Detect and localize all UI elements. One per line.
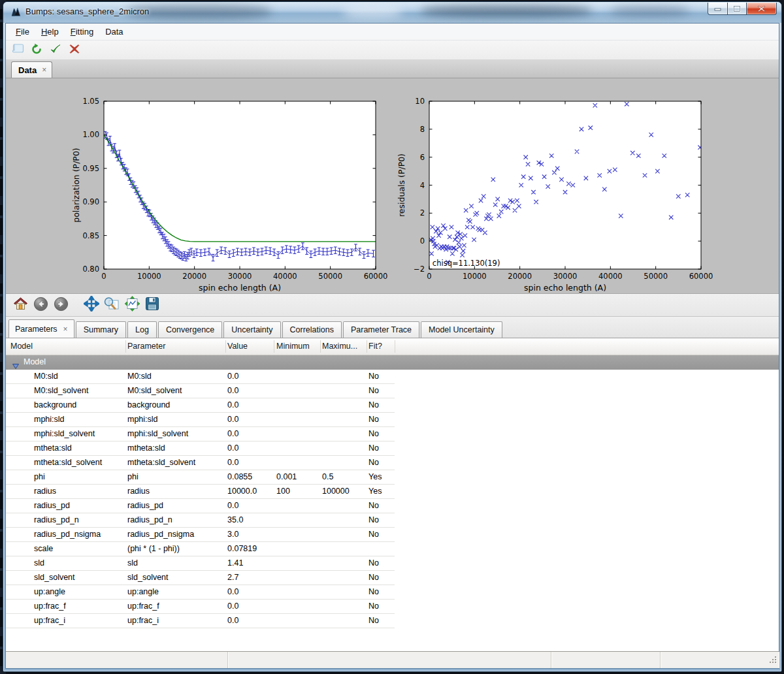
- cell-fit: No: [368, 386, 379, 395]
- cell-fit: No: [368, 501, 379, 510]
- window-title: Bumps: sesans_sphere_2micron: [25, 7, 149, 16]
- status-pane-4: [661, 652, 779, 668]
- minimize-button[interactable]: [708, 3, 728, 15]
- cell-fit: No: [368, 616, 379, 625]
- cell-fit: No: [368, 587, 379, 596]
- parameters-table-body: ModelM0:sldM0:sld0.0NoM0:sld_solventM0:s…: [6, 355, 779, 651]
- column-separator: [367, 340, 367, 353]
- table-row[interactable]: up:angleup:angle0.0No: [6, 585, 779, 600]
- table-row[interactable]: radius_pd_nsigmaradius_pd_nsigma3.0No: [6, 528, 779, 542]
- table-row[interactable]: mphi:sld_solventmphi:sld_solvent0.0No: [6, 427, 779, 441]
- axes-residuals: 0100002000030000400005000060000−20246810…: [397, 97, 713, 293]
- table-row[interactable]: sldsld1.41No: [6, 556, 779, 571]
- cell-parameter: radius_pd_nsigma: [127, 530, 194, 539]
- cell-value: 0.0: [227, 372, 238, 381]
- parameters-table-header: ModelParameterValueMinimumMaximu...Fit?: [6, 338, 779, 355]
- pan-button[interactable]: [82, 296, 101, 314]
- menu-help[interactable]: Help: [35, 25, 65, 39]
- cell-parameter: background: [127, 400, 170, 409]
- menu-bar: FileHelpFittingData: [6, 24, 779, 40]
- cancel-x-button[interactable]: [68, 44, 81, 57]
- back-icon: [33, 297, 48, 314]
- tab-model-uncertainty[interactable]: Model Uncertainty: [421, 321, 502, 338]
- table-row[interactable]: backgroundbackground0.0No: [6, 398, 779, 413]
- table-row[interactable]: mtheta:sld_solventmtheta:sld_solvent0.0N…: [6, 456, 779, 470]
- tab-close-icon[interactable]: ×: [63, 325, 68, 333]
- column-header-model[interactable]: Model: [10, 342, 33, 351]
- tab-close-icon[interactable]: ×: [42, 66, 46, 74]
- titlebar-glass: [611, 6, 689, 16]
- save-icon: [144, 296, 160, 314]
- menu-data[interactable]: Data: [99, 25, 129, 39]
- cell-parameter: up:angle: [127, 587, 159, 596]
- table-row[interactable]: scale(phi * (1 - phi))0.07819: [6, 542, 779, 556]
- pan-icon: [84, 296, 99, 314]
- menu-fitting[interactable]: Fitting: [65, 25, 99, 39]
- tab-label: Log: [135, 325, 149, 334]
- configure-subplots-button[interactable]: [123, 296, 141, 314]
- table-row[interactable]: up:frac_iup:frac_i0.0No: [6, 614, 779, 628]
- refresh-icon: [31, 43, 42, 57]
- table-row[interactable]: phiphi0.08550.0010.5Yes: [6, 470, 779, 485]
- model-group-row[interactable]: Model: [6, 355, 779, 370]
- cell-fit: No: [368, 602, 379, 611]
- column-header-fit[interactable]: Fit?: [368, 342, 382, 351]
- cell-value: 0.0855: [227, 472, 252, 481]
- tab-log[interactable]: Log: [127, 321, 157, 338]
- plot-nav-toolbar: [6, 293, 779, 317]
- caption-buttons: [708, 3, 777, 15]
- plot-canvas[interactable]: 01000020000300004000050000600000.800.850…: [6, 78, 779, 293]
- resize-grip-icon[interactable]: [769, 655, 777, 667]
- log-console-button[interactable]: [11, 44, 24, 57]
- cell-model: mphi:sld_solvent: [34, 429, 95, 438]
- menu-file[interactable]: File: [10, 25, 35, 39]
- tab-parameters[interactable]: Parameters×: [8, 319, 74, 338]
- tab-correlations[interactable]: Correlations: [282, 321, 342, 338]
- zoom-to-rect-button[interactable]: [103, 296, 121, 314]
- svg-text:50000: 50000: [318, 272, 342, 281]
- refresh-button[interactable]: [30, 44, 43, 57]
- table-row[interactable]: M0:sld_solventM0:sld_solvent0.0No: [6, 384, 779, 398]
- table-row[interactable]: radius_pd_nradius_pd_n35.0No: [6, 513, 779, 528]
- results-tab-bar: Parameters×SummaryLogConvergenceUncertai…: [6, 317, 779, 338]
- status-pane-3: [551, 652, 661, 668]
- column-header-value[interactable]: Value: [227, 342, 248, 351]
- maximize-button[interactable]: [728, 3, 747, 15]
- forward-button[interactable]: [52, 296, 70, 314]
- svg-text:−2: −2: [414, 265, 425, 274]
- zoom-to-rect-icon: [103, 296, 120, 314]
- home-icon: [12, 296, 29, 314]
- cell-value: 2.7: [227, 573, 238, 582]
- home-button[interactable]: [11, 296, 29, 314]
- cell-model: background: [34, 400, 76, 409]
- column-separator: [225, 340, 226, 353]
- table-row[interactable]: mtheta:sldmtheta:sld0.0No: [6, 441, 779, 456]
- svg-text:0: 0: [427, 272, 431, 281]
- svg-text:0.95: 0.95: [82, 164, 99, 173]
- svg-text:1.00: 1.00: [82, 130, 99, 139]
- tab-uncertainty[interactable]: Uncertainty: [223, 321, 280, 338]
- table-row[interactable]: radius_pdradius_pd0.0No: [6, 499, 779, 513]
- cell-fit: Yes: [368, 472, 382, 481]
- svg-text:30000: 30000: [553, 272, 578, 281]
- cell-model: mtheta:sld: [34, 443, 72, 453]
- tab-parameter-trace[interactable]: Parameter Trace: [343, 321, 419, 338]
- back-button[interactable]: [31, 296, 50, 314]
- tab-convergence[interactable]: Convergence: [158, 321, 222, 338]
- table-row[interactable]: M0:sldM0:sld0.0No: [6, 370, 779, 384]
- table-row[interactable]: sld_solventsld_solvent2.7No: [6, 571, 779, 585]
- tab-data[interactable]: Data×: [11, 61, 52, 78]
- tab-summary[interactable]: Summary: [76, 321, 126, 338]
- table-row[interactable]: radiusradius10000.0100100000Yes: [6, 485, 779, 499]
- accept-check-button[interactable]: [49, 44, 62, 57]
- cell-maximum: 100000: [322, 487, 350, 496]
- table-row[interactable]: up:frac_fup:frac_f0.0No: [6, 600, 779, 614]
- column-header-parameter[interactable]: Parameter: [127, 342, 165, 351]
- table-row[interactable]: mphi:sldmphi:sld0.0No: [6, 413, 779, 427]
- cell-value: 10000.0: [227, 487, 257, 496]
- save-button[interactable]: [143, 296, 161, 314]
- column-header-minimum[interactable]: Minimum: [276, 342, 310, 351]
- close-button[interactable]: [747, 3, 777, 15]
- column-header-maximu[interactable]: Maximu...: [322, 342, 357, 351]
- title-bar[interactable]: Bumps: sesans_sphere_2micron: [3, 2, 781, 23]
